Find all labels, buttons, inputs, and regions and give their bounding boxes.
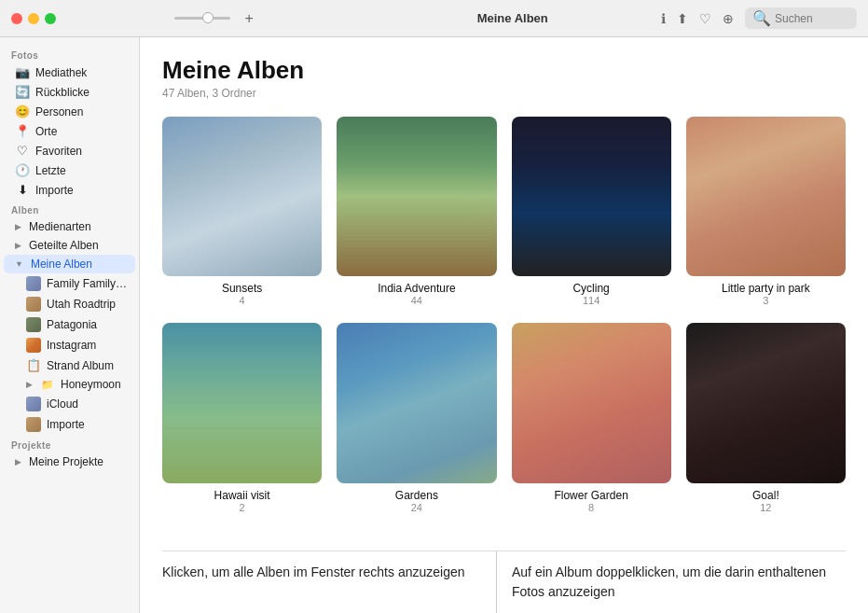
- sidebar-item-utah-roadtrip[interactable]: Utah Roadtrip: [4, 294, 135, 314]
- sidebar-item-label: Rückblicke: [35, 86, 90, 99]
- album-item-sunsets[interactable]: Sunsets 4: [162, 117, 322, 306]
- sidebar-item-label: Meine Alben: [31, 258, 92, 271]
- sidebar-item-rueckblicke[interactable]: 🔄 Rückblicke: [4, 82, 135, 102]
- album-grid: Sunsets 4 India Adventure 44 Cycling 114…: [162, 117, 846, 513]
- sidebar-section-projekte: Projekte: [0, 435, 139, 453]
- titlebar-center: +: [67, 11, 365, 26]
- sidebar-item-honeymoon[interactable]: ▶ 📁 Honeymoon: [4, 375, 135, 394]
- album-item-flower-garden[interactable]: Flower Garden 8: [512, 323, 671, 512]
- album-name: Hawaii visit: [214, 489, 270, 502]
- add-photo-icon[interactable]: ⊕: [723, 11, 734, 26]
- personen-icon: 😊: [15, 104, 30, 118]
- sidebar-item-favoriten[interactable]: ♡ Favoriten: [4, 141, 135, 160]
- album-thumb-icon: [26, 338, 41, 353]
- sidebar-item-medienarten[interactable]: ▶ Medienarten: [4, 217, 135, 236]
- sidebar-item-geteilte-alben[interactable]: ▶ Geteilte Alben: [4, 236, 135, 255]
- album-count: 12: [760, 502, 771, 513]
- sidebar-item-orte[interactable]: 📍 Orte: [4, 121, 135, 141]
- sidebar-item-meine-alben[interactable]: ▼ Meine Alben: [4, 255, 135, 273]
- folder-icon: 📋: [26, 358, 41, 372]
- album-thumbnail: [686, 117, 846, 276]
- sidebar-item-personen[interactable]: 😊 Personen: [4, 102, 135, 121]
- maximize-button[interactable]: [45, 13, 56, 24]
- sidebar-item-family-family[interactable]: Family Family…: [4, 273, 135, 294]
- info-icon[interactable]: ℹ: [661, 11, 666, 26]
- rueckblicke-icon: 🔄: [15, 85, 30, 99]
- sidebar-item-label: Meine Projekte: [29, 455, 103, 468]
- chevron-right-icon: ▶: [15, 241, 21, 250]
- sidebar-item-label: Family Family…: [47, 277, 127, 290]
- share-icon[interactable]: ⬆: [677, 11, 688, 26]
- album-count: 3: [763, 295, 768, 306]
- album-thumbnail: [337, 323, 496, 482]
- sidebar-item-label: Utah Roadtrip: [47, 298, 116, 311]
- importe-icon: ⬇: [15, 183, 30, 197]
- album-item-gardens[interactable]: Gardens 24: [337, 323, 496, 512]
- sidebar-item-importe2[interactable]: Importe: [4, 414, 135, 435]
- sidebar-item-label: Orte: [35, 125, 57, 138]
- album-count: 24: [411, 502, 422, 513]
- sidebar-item-strand-album[interactable]: 📋 Strand Album: [4, 355, 135, 375]
- zoom-slider-thumb[interactable]: [202, 12, 214, 23]
- sidebar-section-fotos: Fotos: [0, 45, 139, 63]
- sidebar-item-label: Geteilte Alben: [29, 239, 99, 252]
- album-item-cycling[interactable]: Cycling 114: [512, 117, 671, 306]
- sidebar-item-meine-projekte[interactable]: ▶ Meine Projekte: [4, 453, 135, 471]
- album-name: India Adventure: [378, 282, 455, 295]
- album-thumb-icon: [26, 297, 41, 312]
- heart-icon[interactable]: ♡: [699, 11, 711, 26]
- chevron-right-icon: ▶: [26, 380, 33, 389]
- callout-right-text: Auf ein Album doppelklicken, um die dari…: [512, 563, 831, 602]
- window-controls: [11, 13, 56, 24]
- sidebar-item-label: Patagonia: [47, 318, 97, 331]
- album-thumb-icon: [26, 417, 41, 432]
- sidebar-item-label: Importe: [35, 184, 74, 197]
- sidebar-item-label: iCloud: [47, 397, 78, 411]
- sidebar-item-icloud[interactable]: iCloud: [4, 394, 135, 414]
- add-button[interactable]: +: [241, 11, 256, 26]
- sidebar-section-alben: Alben: [0, 200, 139, 217]
- chevron-down-icon: ▼: [15, 259, 23, 269]
- page-title: Meine Alben: [162, 56, 846, 85]
- callout-left-text: Klicken, um alle Alben im Fenster rechts…: [162, 563, 481, 582]
- folder-icon: 📁: [40, 379, 55, 391]
- zoom-slider-container[interactable]: [174, 17, 230, 20]
- album-thumb-icon: [26, 276, 41, 291]
- search-icon: 🔍: [752, 9, 771, 27]
- album-name: Cycling: [572, 282, 609, 295]
- chevron-right-icon: ▶: [15, 457, 21, 467]
- sidebar: Fotos 📷 Mediathek 🔄 Rückblicke 😊 Persone…: [0, 37, 140, 613]
- page-subtitle: 47 Alben, 3 Ordner: [162, 87, 846, 100]
- album-thumbnail: [162, 117, 322, 276]
- sidebar-item-patagonia[interactable]: Patagonia: [4, 314, 135, 335]
- sidebar-item-label: Honeymoon: [61, 378, 121, 391]
- mediathek-icon: 📷: [15, 65, 30, 79]
- sidebar-item-label: Instagram: [47, 339, 96, 352]
- letzte-icon: 🕐: [15, 163, 30, 177]
- close-button[interactable]: [11, 13, 22, 24]
- chevron-right-icon: ▶: [15, 222, 21, 231]
- sidebar-item-label: Favoriten: [35, 145, 82, 158]
- album-thumbnail: [512, 323, 671, 482]
- orte-icon: 📍: [15, 124, 30, 138]
- window-title: Meine Alben: [365, 11, 662, 25]
- sidebar-item-importe[interactable]: ⬇ Importe: [4, 180, 135, 200]
- album-count: 4: [240, 295, 245, 306]
- album-item-goal[interactable]: Goal! 12: [686, 323, 846, 512]
- album-name: Flower Garden: [554, 489, 627, 502]
- callout-right: Auf ein Album doppelklicken, um die dari…: [496, 550, 846, 613]
- search-bar[interactable]: 🔍: [745, 7, 857, 29]
- search-input[interactable]: [775, 12, 849, 25]
- minimize-button[interactable]: [28, 13, 39, 24]
- album-item-hawaii-visit[interactable]: Hawaii visit 2: [162, 323, 322, 512]
- sidebar-item-mediathek[interactable]: 📷 Mediathek: [4, 63, 135, 82]
- album-item-little-party[interactable]: Little party in park 3: [686, 117, 846, 306]
- album-name: Little party in park: [722, 282, 810, 295]
- album-item-india-adventure[interactable]: India Adventure 44: [337, 117, 496, 306]
- album-thumbnail: [512, 117, 671, 276]
- album-thumbnail: [162, 323, 322, 482]
- sidebar-item-letzte[interactable]: 🕐 Letzte: [4, 160, 135, 180]
- content-area: Meine Alben 47 Alben, 3 Ordner Sunsets 4…: [140, 37, 868, 550]
- sidebar-item-instagram[interactable]: Instagram: [4, 335, 135, 355]
- main-layout: Fotos 📷 Mediathek 🔄 Rückblicke 😊 Persone…: [0, 37, 868, 613]
